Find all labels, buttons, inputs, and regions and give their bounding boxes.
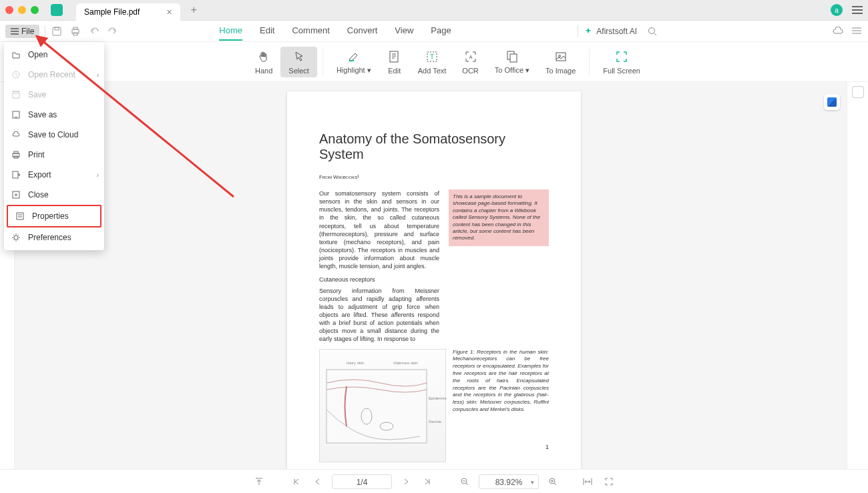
page-indicator[interactable]: 1/4 [332, 474, 392, 489]
file-label: File [21, 27, 34, 36]
highlighter-icon [347, 49, 361, 63]
to-office-tool[interactable]: To Office ▾ [487, 46, 537, 77]
print-icon[interactable] [69, 25, 81, 37]
nav-tabs: Home Edit Comment Convert View Page [219, 21, 451, 41]
fullscreen-tool[interactable]: Full Screen [595, 47, 648, 77]
maximize-window[interactable] [31, 6, 39, 14]
menu-export[interactable]: Export › [4, 165, 104, 185]
first-page-icon[interactable] [289, 474, 304, 489]
save-icon[interactable] [51, 25, 63, 37]
close-window[interactable] [5, 6, 13, 14]
svg-rect-30 [14, 91, 18, 93]
zoom-out-icon[interactable] [457, 474, 472, 489]
clock-icon [11, 69, 21, 80]
svg-rect-6 [73, 27, 77, 29]
select-tool[interactable]: Select [280, 47, 317, 77]
tab-convert[interactable]: Convert [347, 21, 378, 41]
ocr-tool[interactable]: A OCR [454, 47, 486, 77]
svg-text:Glabrous skin: Glabrous skin [393, 361, 418, 365]
file-menu-button[interactable]: File [5, 25, 39, 38]
edit-page-icon [387, 49, 402, 64]
doc-title: Anatomy of the Somatosensory System [319, 131, 549, 162]
doc-subtitle: From Wikibooks¹ [319, 174, 549, 180]
doc-page-number: 1 [546, 444, 549, 450]
svg-text:A: A [469, 55, 472, 59]
tab-page[interactable]: Page [431, 21, 451, 41]
new-tab-button[interactable]: + [191, 4, 197, 16]
doc-paragraph: Sensory information from Meissner corpus… [319, 287, 439, 344]
menu-print[interactable]: Print [4, 145, 104, 165]
close-tab-icon[interactable]: × [166, 7, 172, 17]
add-text-tool[interactable]: T Add Text [410, 47, 455, 77]
hand-tool[interactable]: Hand [247, 47, 280, 77]
fit-width-icon[interactable] [580, 474, 595, 489]
fit-page-icon[interactable] [602, 474, 616, 489]
ribbon: Hand Select Highlight ▾ Edit T Add Text … [0, 42, 868, 82]
ai-button[interactable]: Afirstsoft AI [584, 27, 637, 36]
user-avatar[interactable]: a [831, 4, 843, 16]
svg-point-8 [649, 27, 655, 33]
translate-badge[interactable] [824, 94, 840, 110]
hamburger-icon [11, 28, 19, 35]
zoom-in-icon[interactable] [546, 474, 560, 489]
title-bar: Sample File.pdf × + a [0, 0, 868, 21]
to-image-tool[interactable]: To Image [537, 47, 584, 77]
highlight-tool[interactable]: Highlight ▾ [329, 46, 379, 77]
svg-rect-4 [55, 27, 59, 30]
cloud-sync-icon[interactable] [832, 25, 844, 37]
tab-edit[interactable]: Edit [260, 21, 274, 41]
menu-save[interactable]: Save [4, 85, 104, 105]
right-panel-toggle[interactable] [852, 86, 864, 98]
tab-comment[interactable]: Comment [292, 21, 329, 41]
menu-save-as[interactable]: Save as [4, 105, 104, 125]
chevron-right-icon: › [97, 171, 99, 179]
undo-icon[interactable] [88, 25, 100, 37]
ocr-icon: A [463, 49, 478, 64]
collapse-ribbon-icon[interactable] [851, 25, 863, 37]
sparkle-icon [584, 27, 593, 36]
tab-view[interactable]: View [395, 21, 413, 41]
svg-text:Dermis: Dermis [429, 420, 441, 424]
gear-icon [11, 232, 21, 243]
add-text-icon: T [425, 49, 439, 64]
menu-open[interactable]: Open [4, 45, 104, 65]
menu-preferences[interactable]: Preferences [4, 227, 104, 248]
next-page-icon[interactable] [399, 474, 413, 489]
svg-rect-3 [53, 27, 61, 35]
menu-save-to-cloud[interactable]: Save to Cloud [4, 125, 104, 145]
doc-callout-box: This is a sample document to showcase pa… [449, 189, 549, 246]
menu-open-recent[interactable]: Open Recent › [4, 65, 104, 85]
redo-icon[interactable] [107, 25, 119, 37]
tab-title: Sample File.pdf [84, 7, 140, 17]
svg-rect-18 [510, 54, 517, 62]
tab-home[interactable]: Home [219, 21, 242, 41]
scroll-top-icon[interactable] [252, 474, 266, 489]
hand-icon [256, 49, 271, 64]
properties-icon [15, 211, 25, 221]
minimize-window[interactable] [18, 6, 26, 14]
save-as-icon [11, 109, 21, 120]
fullscreen-icon [614, 49, 629, 64]
svg-rect-14 [390, 51, 398, 62]
svg-line-49 [554, 483, 556, 485]
edit-tool[interactable]: Edit [379, 47, 410, 77]
doc-paragraph: Our somatosensory system consists of sen… [319, 189, 439, 270]
chevron-right-icon: › [97, 71, 99, 79]
file-menu-dropdown: Open Open Recent › Save Save as Save to … [4, 42, 104, 250]
last-page-icon[interactable] [420, 474, 435, 489]
document-viewport[interactable]: Anatomy of the Somatosensory System From… [0, 82, 868, 469]
to-office-icon [505, 49, 519, 63]
svg-text:Epidermis: Epidermis [429, 396, 447, 400]
menu-close[interactable]: Close [4, 185, 104, 205]
translate-icon [827, 97, 837, 107]
zoom-level[interactable]: 83.92% [479, 474, 539, 489]
svg-line-45 [466, 483, 468, 485]
right-sidebar-rail[interactable] [847, 82, 868, 469]
document-tab[interactable]: Sample File.pdf × [76, 3, 180, 21]
main-menu-icon[interactable] [852, 6, 863, 14]
print-icon [11, 149, 21, 160]
search-icon[interactable] [646, 25, 658, 37]
menu-properties[interactable]: Properties [8, 206, 100, 226]
prev-page-icon[interactable] [310, 474, 325, 489]
export-icon [11, 169, 21, 180]
